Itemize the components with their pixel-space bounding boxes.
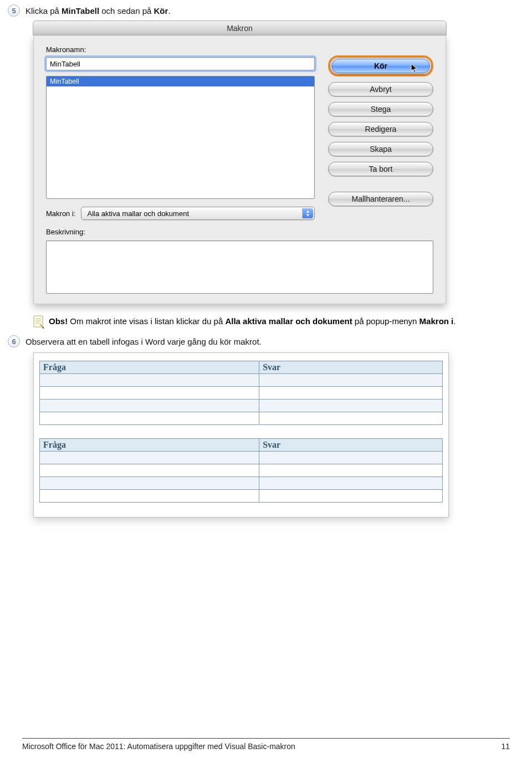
table-row — [40, 412, 443, 424]
word-tables-screenshot: FrågaSvar FrågaSvar — [33, 352, 449, 518]
th-col2: Svar — [259, 361, 443, 373]
popup-arrows-icon: ▲▼ — [302, 208, 313, 218]
description-label: Beskrivning: — [46, 228, 433, 236]
table-row — [40, 477, 443, 489]
txt: och sedan på — [99, 6, 154, 16]
cancel-button[interactable]: Avbryt — [328, 82, 433, 96]
step-5: 5 Klicka på MinTabell och sedan på Kör. — [8, 6, 510, 17]
cursor-icon — [411, 63, 418, 73]
th-col1: Fråga — [40, 361, 259, 373]
table-row — [40, 451, 443, 464]
b: Alla aktiva mallar och dokument — [225, 316, 352, 326]
word-table-1: FrågaSvar — [39, 361, 443, 425]
description-box[interactable] — [46, 240, 433, 294]
create-button[interactable]: Skapa — [328, 142, 433, 156]
run-button[interactable]: Kör — [331, 59, 430, 73]
txt: Klicka på — [25, 6, 62, 16]
step-badge-5: 5 — [8, 4, 20, 17]
step-6: 6 Observera att en tabell infogas i Word… — [8, 336, 510, 347]
txt-bold: MinTabell — [62, 6, 99, 16]
table-row — [40, 386, 443, 399]
note-icon — [33, 315, 44, 329]
table-row — [40, 489, 443, 502]
note: Obs! Om makrot inte visas i listan klick… — [33, 315, 488, 329]
page-footer: Microsoft Office för Mac 2011: Automatis… — [22, 738, 510, 751]
b: Makron i — [420, 316, 454, 326]
step-6-text: Observera att en tabell infogas i Word v… — [25, 336, 262, 347]
word-table-2: FrågaSvar — [39, 438, 443, 503]
macro-dialog-screenshot: Makron Makronamn: MinTabell Makron i: Al… — [33, 21, 446, 304]
footer-title: Microsoft Office för Mac 2011: Automatis… — [22, 742, 295, 751]
organizer-button[interactable]: Mallhanteraren... — [328, 192, 433, 206]
txt-bold: Kör — [154, 6, 168, 16]
txt: . — [168, 6, 170, 16]
macros-in-value: Alla aktiva mallar och dokument — [87, 209, 189, 218]
t: Om makrot inte visas i listan klickar du… — [70, 316, 225, 326]
th-col2: Svar — [259, 438, 443, 451]
t: på popup-menyn — [352, 316, 420, 326]
macro-list[interactable]: MinTabell — [46, 76, 315, 199]
dialog-title: Makron — [33, 21, 447, 35]
run-button-label: Kör — [374, 62, 387, 70]
step-5-text: Klicka på MinTabell och sedan på Kör. — [25, 6, 171, 17]
th-col1: Fråga — [40, 438, 259, 451]
table-row — [40, 373, 443, 386]
macros-in-popup[interactable]: Alla aktiva mallar och dokument ▲▼ — [81, 207, 315, 220]
t: . — [453, 316, 456, 326]
step-button[interactable]: Stega — [328, 102, 433, 116]
macro-list-item[interactable]: MinTabell — [47, 76, 314, 86]
table-row — [40, 399, 443, 412]
macros-in-label: Makron i: — [46, 209, 75, 218]
step-badge-6: 6 — [8, 335, 20, 347]
note-text: Obs! Om makrot inte visas i listan klick… — [49, 315, 456, 327]
table-row — [40, 464, 443, 477]
run-button-highlight: Kör — [328, 55, 433, 76]
page-number: 11 — [501, 742, 510, 751]
macro-name-label: Makronamn: — [46, 45, 315, 54]
edit-button[interactable]: Redigera — [328, 122, 433, 136]
note-lead: Obs! — [49, 316, 68, 326]
delete-button[interactable]: Ta bort — [328, 162, 433, 176]
macro-name-input[interactable] — [46, 57, 315, 70]
